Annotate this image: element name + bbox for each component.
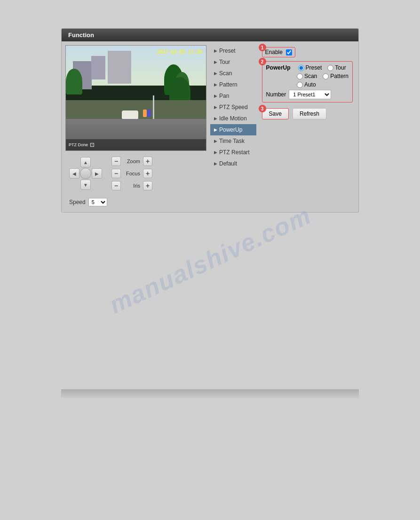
iris-minus-button[interactable]: − <box>111 181 121 190</box>
iris-label: Iris <box>124 183 140 189</box>
pan-left-button[interactable]: ◀ <box>69 168 79 179</box>
menu-item-powerup[interactable]: ▶ PowerUp <box>210 124 256 135</box>
number-label: Number <box>266 91 286 98</box>
snapshot-icon[interactable]: ⊡ <box>90 142 95 148</box>
watermark: manualshive.com <box>104 201 315 319</box>
menu-label-pattern: Pattern <box>219 81 238 88</box>
radio-scan-input[interactable] <box>297 73 303 79</box>
arrow-icon: ▶ <box>214 150 217 155</box>
radio-pattern-input[interactable] <box>323 73 329 79</box>
radio-preset[interactable]: Preset <box>298 64 322 71</box>
number-row: Number 1 Preset1 2 Preset2 <box>266 90 349 99</box>
radio-preset-input[interactable] <box>298 65 304 71</box>
zoom-row: − Zoom + <box>111 157 152 166</box>
arrow-icon: ▶ <box>214 161 217 166</box>
function-header: Function <box>62 29 358 41</box>
radio-tour-input[interactable] <box>327 65 333 71</box>
radio-scan[interactable]: Scan <box>297 73 317 79</box>
radio-row-2: PowerUp Scan Pattern <box>266 73 349 79</box>
menu-item-idle-motion[interactable]: ▶ Idle Motion <box>210 113 256 124</box>
menu-label-ptz-restart: PTZ Restart <box>219 149 250 156</box>
save-button[interactable]: 3 Save <box>262 108 289 119</box>
menu-item-scan[interactable]: ▶ Scan <box>210 68 256 79</box>
refresh-label: Refresh <box>300 110 319 117</box>
directional-pad: ▲ ▼ ◀ ▶ <box>69 157 102 190</box>
radio-tour[interactable]: Tour <box>327 64 346 71</box>
car <box>122 110 138 119</box>
save-label: Save <box>269 110 282 117</box>
camera-bottom-bar: PTZ Done ⊡ <box>66 139 206 150</box>
focus-minus-button[interactable]: − <box>111 169 121 178</box>
pan-center-button[interactable] <box>80 168 91 179</box>
radio-pattern[interactable]: Pattern <box>323 73 349 79</box>
arrow-icon: ▶ <box>214 48 217 53</box>
arrow-icon: ▶ <box>214 139 217 143</box>
left-section: 2017-03-05 17:20 PTZ Done ⊡ ▲ ▼ ◀ <box>65 45 206 208</box>
menu-item-time-task[interactable]: ▶ Time Task <box>210 135 256 147</box>
focus-label: Focus <box>124 171 140 176</box>
menu-item-preset[interactable]: ▶ Preset <box>210 45 256 56</box>
refresh-button[interactable]: Refresh <box>293 108 326 119</box>
ptz-controls: ▲ ▼ ◀ ▶ − Zoom + − <box>65 155 206 192</box>
radio-scan-label: Scan <box>304 73 317 79</box>
menu-label-preset: Preset <box>219 47 236 54</box>
menu-item-tour[interactable]: ▶ Tour <box>210 56 256 68</box>
enable-label: Enable <box>265 49 283 55</box>
badge-3: 3 <box>259 105 266 112</box>
tree-1 <box>66 69 82 95</box>
person-1 <box>143 110 147 117</box>
radio-preset-label: Preset <box>306 64 322 71</box>
arrow-icon: ▶ <box>214 71 217 76</box>
iris-row: − Iris + <box>111 181 152 190</box>
pan-down-button[interactable]: ▼ <box>80 180 91 190</box>
iris-plus-button[interactable]: + <box>143 181 152 190</box>
pan-up-button[interactable]: ▲ <box>80 157 91 167</box>
building-2 <box>91 56 105 79</box>
number-select[interactable]: 1 Preset1 2 Preset2 <box>289 90 331 99</box>
timestamp: 2017-03-05 17:20 <box>157 49 202 55</box>
enable-checkbox[interactable] <box>286 49 292 55</box>
badge-1: 1 <box>259 44 266 51</box>
ptz-done-label: PTZ Done <box>69 142 88 147</box>
menu-label-tour: Tour <box>219 59 230 65</box>
menu-label-idle-motion: Idle Motion <box>219 115 247 122</box>
focus-row: − Focus + <box>111 169 152 178</box>
radio-auto-input[interactable] <box>297 82 303 88</box>
arrow-icon: ▶ <box>214 94 217 98</box>
focus-plus-button[interactable]: + <box>143 169 152 178</box>
speed-select[interactable]: 5 1234 678 <box>88 198 107 206</box>
powerup-row-label: PowerUp <box>266 64 291 71</box>
arrow-icon: ▶ <box>214 105 217 110</box>
right-panel: 1 Enable 2 PowerUp Preset <box>260 45 355 208</box>
menu-label-powerup: PowerUp <box>219 126 242 133</box>
zoom-label: Zoom <box>124 158 140 164</box>
building-3 <box>108 51 131 84</box>
radio-pattern-label: Pattern <box>330 73 349 79</box>
speed-row: Speed 5 1234 678 <box>65 196 206 208</box>
arrow-icon: ▶ <box>214 116 217 121</box>
radio-tour-label: Tour <box>335 64 346 71</box>
menu-item-pan[interactable]: ▶ Pan <box>210 90 256 102</box>
radio-auto[interactable]: Auto <box>297 81 316 88</box>
person-2 <box>147 110 151 117</box>
speed-label: Speed <box>69 199 86 205</box>
main-panel: Function <box>61 28 359 213</box>
radio-auto-label: Auto <box>304 81 316 88</box>
middle-menu: ▶ Preset ▶ Tour ▶ Scan ▶ Pattern ▶ Pan <box>210 45 256 208</box>
zoom-minus-button[interactable]: − <box>111 157 121 166</box>
menu-item-ptz-restart[interactable]: ▶ PTZ Restart <box>210 147 256 158</box>
menu-item-default[interactable]: ▶ Default <box>210 158 256 169</box>
menu-item-ptz-speed[interactable]: ▶ PTZ Speed <box>210 102 256 113</box>
zoom-plus-button[interactable]: + <box>143 157 152 166</box>
slider-controls: − Zoom + − Focus + − Iris + <box>111 157 152 190</box>
menu-label-pan: Pan <box>219 93 229 99</box>
pan-right-button[interactable]: ▶ <box>92 168 102 179</box>
camera-view: 2017-03-05 17:20 PTZ Done ⊡ <box>65 45 206 151</box>
header-title: Function <box>68 32 94 39</box>
menu-item-pattern[interactable]: ▶ Pattern <box>210 79 256 90</box>
action-row: 3 Save Refresh <box>262 108 353 119</box>
arrow-icon: ▶ <box>214 127 217 132</box>
arrow-icon: ▶ <box>214 60 217 64</box>
panel-body: 2017-03-05 17:20 PTZ Done ⊡ ▲ ▼ ◀ <box>62 41 358 212</box>
bottom-bar <box>61 389 359 398</box>
